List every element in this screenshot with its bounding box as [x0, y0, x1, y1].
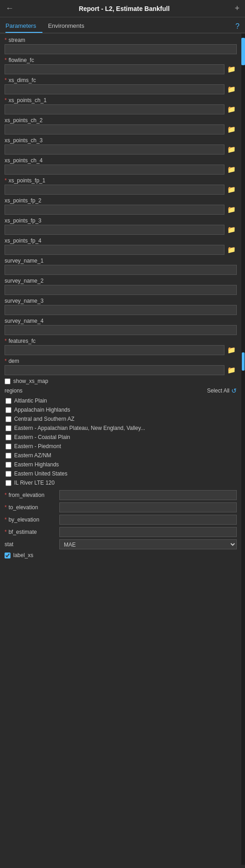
region-label-eastern_piedmont: Eastern - Piedmont: [14, 443, 61, 450]
elev-input-from_elevation[interactable]: [59, 490, 237, 500]
field-group-survey_name_4: survey_name_4: [5, 318, 237, 335]
folder-btn-flowline_fc[interactable]: 📁: [226, 65, 237, 74]
region-checkbox-eastern_az_nm[interactable]: [5, 453, 11, 459]
region-item-eastern_piedmont: Eastern - Piedmont: [5, 442, 237, 451]
folder-btn-xs_points_ch_4[interactable]: 📁: [226, 165, 237, 174]
input-survey_name_3[interactable]: [5, 305, 237, 315]
elev-input-to_elevation[interactable]: [59, 502, 237, 512]
input-dem[interactable]: [5, 365, 224, 375]
region-checkbox-eastern_united_states[interactable]: [5, 471, 11, 477]
input-xs_points_fp_4[interactable]: [5, 245, 224, 255]
field-group-stream: *stream: [5, 37, 237, 54]
label-xs-checkbox[interactable]: [5, 553, 10, 558]
folder-btn-xs_points_fp_4[interactable]: 📁: [226, 245, 237, 254]
help-icon[interactable]: ?: [235, 22, 240, 31]
region-checkbox-altlantic_plain[interactable]: [5, 398, 11, 404]
input-survey_name_2[interactable]: [5, 285, 237, 295]
show-xs-map-checkbox[interactable]: [5, 378, 10, 384]
field-row-xs_points_fp_2: 📁: [5, 205, 237, 215]
region-item-eastern_coastal_plain: Eastern - Coastal Plain: [5, 433, 237, 442]
folder-icon: 📁: [227, 145, 236, 153]
required-marker: *: [5, 77, 7, 83]
field-group-xs_points_ch_2: xs_points_ch_2📁: [5, 117, 237, 134]
folder-btn-xs_points_fp_1[interactable]: 📁: [226, 185, 237, 194]
folder-btn-xs_points_fp_3[interactable]: 📁: [226, 225, 237, 234]
elev-input-bf_estimate[interactable]: [59, 527, 237, 537]
elev-row-from_elevation: *from_elevation: [5, 490, 237, 500]
regions-header: regions Select All ↺: [5, 387, 237, 394]
region-checkbox-eastern_highlands[interactable]: [5, 462, 11, 468]
required-marker: *: [5, 177, 7, 184]
field-label-xs_dims_fc: *xs_dims_fc: [5, 77, 237, 83]
required-marker: *: [5, 517, 7, 523]
back-button[interactable]: ←: [5, 4, 14, 13]
field-group-xs_points_fp_3: xs_points_fp_3📁: [5, 217, 237, 235]
field-group-survey_name_3: survey_name_3: [5, 298, 237, 315]
folder-icon: 📁: [227, 165, 236, 173]
tab-parameters[interactable]: Parameters: [5, 20, 42, 33]
input-xs_dims_fc[interactable]: [5, 84, 224, 94]
field-row-dem: 📁: [5, 365, 237, 375]
field-group-flowline_fc: *flowline_fc📁: [5, 57, 237, 74]
page-title: Report - L2, Estimate Bankfull: [79, 5, 170, 12]
tab-environments[interactable]: Environments: [48, 20, 90, 33]
elev-input-by_elevation[interactable]: [59, 515, 237, 525]
input-stream[interactable]: [5, 44, 237, 54]
region-checkbox-eastern_coastal_plain[interactable]: [5, 434, 11, 440]
input-xs_points_ch_4[interactable]: [5, 165, 224, 175]
input-xs_points_fp_2[interactable]: [5, 205, 224, 215]
folder-btn-dem[interactable]: 📁: [226, 366, 237, 375]
folder-btn-xs_points_ch_1[interactable]: 📁: [226, 105, 237, 114]
region-label-central_southern_az: Central and Southern AZ: [14, 416, 74, 422]
input-features_fc[interactable]: [5, 345, 224, 355]
folder-btn-features_fc[interactable]: 📁: [226, 346, 237, 355]
scrollbar[interactable]: [241, 33, 245, 865]
scrollbar-thumb-regions: [242, 352, 245, 371]
field-row-features_fc: 📁: [5, 345, 237, 355]
field-group-xs_points_ch_4: xs_points_ch_4📁: [5, 157, 237, 175]
input-xs_points_ch_3[interactable]: [5, 145, 224, 155]
input-xs_points_ch_1[interactable]: [5, 104, 224, 114]
show-xs-map-row: show_xs_map: [5, 378, 237, 384]
region-checkbox-il_river_lte_120[interactable]: [5, 480, 11, 486]
folder-btn-xs_points_fp_2[interactable]: 📁: [226, 205, 237, 214]
input-survey_name_4[interactable]: [5, 325, 237, 335]
input-xs_points_ch_2[interactable]: [5, 124, 224, 134]
region-checkbox-eastern_appalachian[interactable]: [5, 425, 11, 431]
field-label-dem: *dem: [5, 358, 237, 364]
stat-select[interactable]: MAERMSER2: [59, 539, 237, 549]
input-xs_points_fp_1[interactable]: [5, 185, 224, 195]
folder-btn-xs_points_ch_2[interactable]: 📁: [226, 125, 237, 134]
select-all-button[interactable]: Select All ↺: [207, 387, 237, 394]
region-item-eastern_highlands: Eastern Highlands: [5, 460, 237, 469]
region-checkbox-appalachian_highlands[interactable]: [5, 407, 11, 413]
region-item-eastern_az_nm: Eastern AZ/NM: [5, 451, 237, 460]
elev-label-to_elevation: *to_elevation: [5, 504, 59, 511]
elev-row-bf_estimate: *bf_estimate: [5, 527, 237, 537]
region-item-eastern_united_states: Eastern United States: [5, 469, 237, 478]
field-label-xs_points_ch_2: xs_points_ch_2: [5, 117, 237, 124]
folder-btn-xs_dims_fc[interactable]: 📁: [226, 85, 237, 94]
scrollbar-thumb: [241, 38, 245, 65]
field-label-survey_name_1: survey_name_1: [5, 258, 237, 264]
input-flowline_fc[interactable]: [5, 64, 224, 74]
region-checkbox-eastern_piedmont[interactable]: [5, 444, 11, 450]
input-survey_name_1[interactable]: [5, 265, 237, 275]
field-group-xs_points_fp_4: xs_points_fp_4📁: [5, 238, 237, 255]
add-button[interactable]: +: [235, 4, 240, 13]
input-xs_points_fp_3[interactable]: [5, 225, 224, 235]
field-row-xs_points_fp_3: 📁: [5, 225, 237, 235]
folder-icon: 📁: [227, 346, 236, 354]
field-label-survey_name_3: survey_name_3: [5, 298, 237, 304]
required-marker: *: [5, 492, 7, 498]
folder-btn-xs_points_ch_3[interactable]: 📁: [226, 145, 237, 154]
field-group-features_fc: *features_fc📁: [5, 338, 237, 355]
region-item-il_river_lte_120: IL River LTE 120: [5, 478, 237, 487]
region-label-eastern_az_nm: Eastern AZ/NM: [14, 452, 51, 459]
elev-row-to_elevation: *to_elevation: [5, 502, 237, 512]
folder-icon: 📁: [227, 206, 236, 213]
folder-icon: 📁: [227, 85, 236, 93]
main-content: *stream*flowline_fc📁*xs_dims_fc📁*xs_poin…: [0, 33, 245, 865]
region-checkbox-central_southern_az[interactable]: [5, 416, 11, 422]
field-label-xs_points_fp_1: *xs_points_fp_1: [5, 177, 237, 184]
